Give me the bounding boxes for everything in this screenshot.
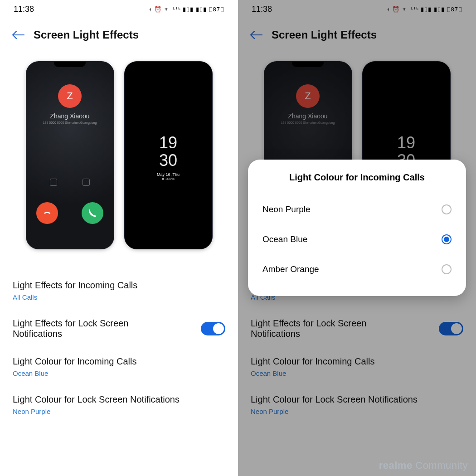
watermark: realme Community xyxy=(379,460,468,471)
call-small-actions xyxy=(50,179,90,186)
radio-icon xyxy=(442,234,452,244)
aod-time: 19 30 xyxy=(159,134,177,170)
caller-name: Zhang Xiaoou xyxy=(50,112,89,120)
back-icon[interactable] xyxy=(12,31,24,39)
row-value: All Calls xyxy=(13,293,225,301)
aod-time-hour: 19 xyxy=(159,134,177,152)
screenshot-left: 11:38 ⫞ ⏰ ᯤ ᴸᵀᴱ ▮▯▮ ▮▯▮ ⌷87⌷ Screen Ligh… xyxy=(0,0,238,476)
colour-dialog: Light Colour for Incoming Calls Neon Pur… xyxy=(248,160,466,296)
option-neon-purple[interactable]: Neon Purple xyxy=(262,194,452,224)
option-amber-orange[interactable]: Amber Orange xyxy=(262,254,452,284)
watermark-text: Community xyxy=(415,460,468,471)
phone-notch xyxy=(152,62,184,67)
dialog-title: Light Colour for Incoming Calls xyxy=(262,172,452,183)
option-label: Amber Orange xyxy=(262,264,319,274)
settings-list: Light Effects for Incoming Calls All Cal… xyxy=(0,267,238,429)
caller-sub: 138 0000 0000 Shenzhen,Guangdong xyxy=(43,121,97,124)
option-ocean-blue[interactable]: Ocean Blue xyxy=(262,224,452,254)
row-title: Light Colour for Incoming Calls xyxy=(13,356,225,367)
preview-phone-aod: 19 30 May 16 ,Thu ■ 100% xyxy=(124,61,213,249)
caller-avatar: Z xyxy=(58,84,82,108)
row-value: Neon Purple xyxy=(13,408,225,415)
message-icon xyxy=(83,179,90,186)
row-title: Light Effects for Lock Screen Notificati… xyxy=(13,318,167,339)
status-icons: ⫞ ⏰ ᯤ ᴸᵀᴱ ▮▯▮ ▮▯▮ ⌷87⌷ xyxy=(149,6,224,13)
aod-date: May 16 ,Thu xyxy=(157,172,180,177)
row-value: Ocean Blue xyxy=(13,369,225,377)
accept-button xyxy=(82,202,103,224)
preview-phone-call: Z Zhang Xiaoou 138 0000 0000 Shenzhen,Gu… xyxy=(26,61,114,249)
option-label: Neon Purple xyxy=(262,204,311,214)
row-incoming-colour[interactable]: Light Colour for Incoming Calls Ocean Bl… xyxy=(13,348,225,386)
screenshot-right: 11:38 ⫞ ⏰ ᯤ ᴸᵀᴱ ▮▯▮ ▮▯▮ ⌷87⌷ Screen Ligh… xyxy=(238,0,476,476)
radio-icon xyxy=(442,264,452,274)
decline-button xyxy=(36,202,58,224)
aod-time-min: 30 xyxy=(159,152,177,170)
row-title: Light Colour for Lock Screen Notificatio… xyxy=(13,394,225,405)
row-lock-effects[interactable]: Light Effects for Lock Screen Notificati… xyxy=(13,310,225,348)
mute-icon xyxy=(50,179,57,186)
preview-row: Z Zhang Xiaoou 138 0000 0000 Shenzhen,Gu… xyxy=(0,50,238,267)
row-incoming-effects[interactable]: Light Effects for Incoming Calls All Cal… xyxy=(13,272,225,310)
status-time: 11:38 xyxy=(14,5,34,14)
page-title: Screen Light Effects xyxy=(34,29,139,41)
aod-battery: ■ 100% xyxy=(162,177,175,181)
call-buttons xyxy=(36,202,103,224)
toggle-lock-effects[interactable] xyxy=(201,322,225,335)
status-bar: 11:38 ⫞ ⏰ ᯤ ᴸᵀᴱ ▮▯▮ ▮▯▮ ⌷87⌷ xyxy=(0,0,238,17)
row-title: Light Effects for Incoming Calls xyxy=(13,280,225,291)
watermark-brand: realme xyxy=(379,460,413,471)
call-content: Z Zhang Xiaoou 138 0000 0000 Shenzhen,Gu… xyxy=(26,62,114,249)
header: Screen Light Effects xyxy=(0,17,238,50)
radio-icon xyxy=(442,204,452,214)
option-label: Ocean Blue xyxy=(262,234,307,244)
row-lock-colour[interactable]: Light Colour for Lock Screen Notificatio… xyxy=(13,386,225,424)
